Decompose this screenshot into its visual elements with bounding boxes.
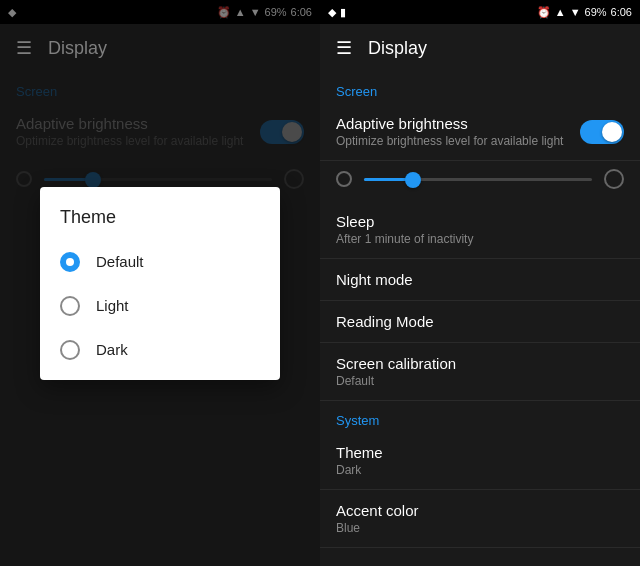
right-signal-icon: ▲ xyxy=(555,6,566,18)
right-brightness-slider-row xyxy=(320,161,640,201)
right-slider-thumb[interactable] xyxy=(405,172,421,188)
right-adaptive-brightness-toggle[interactable] xyxy=(580,120,624,144)
right-toggle-knob xyxy=(602,122,622,142)
right-sleep-subtitle: After 1 minute of inactivity xyxy=(336,232,624,246)
dialog-option-default[interactable]: Default xyxy=(40,240,280,284)
right-slider-fill xyxy=(364,178,410,181)
right-adaptive-brightness-title: Adaptive brightness xyxy=(336,115,563,132)
right-night-mode-item[interactable]: Night mode xyxy=(320,259,640,301)
right-panel: ◆ ▮ ⏰ ▲ ▼ 69% 6:06 ☰ Display Screen Adap… xyxy=(320,0,640,566)
right-bookmark-icon: ▮ xyxy=(340,6,346,19)
right-page-title: Display xyxy=(368,38,427,59)
right-reading-mode-item[interactable]: Reading Mode xyxy=(320,301,640,343)
right-wifi-icon: ▼ xyxy=(570,6,581,18)
right-theme-title: Theme xyxy=(336,444,624,461)
right-time: 6:06 xyxy=(611,6,632,18)
right-system-section: System xyxy=(320,401,640,432)
right-status-left: ◆ ▮ xyxy=(328,6,346,19)
right-theme-item[interactable]: Theme Dark xyxy=(320,432,640,490)
right-notification-icon: ◆ xyxy=(328,6,336,19)
dialog-option-default-label: Default xyxy=(96,253,144,270)
right-theme-subtitle: Dark xyxy=(336,463,624,477)
radio-default-inner xyxy=(66,258,74,266)
right-screen-calibration-title: Screen calibration xyxy=(336,355,624,372)
right-accent-color-item[interactable]: Accent color Blue xyxy=(320,490,640,548)
dialog-title: Theme xyxy=(40,207,280,240)
right-accent-color-subtitle: Blue xyxy=(336,521,624,535)
theme-dialog-overlay: Theme Default Light Dark xyxy=(0,0,320,566)
right-menu-icon[interactable]: ☰ xyxy=(336,37,352,59)
right-accent-color-title: Accent color xyxy=(336,502,624,519)
radio-default[interactable] xyxy=(60,252,80,272)
right-adaptive-brightness-item[interactable]: Adaptive brightness Optimize brightness … xyxy=(320,103,640,161)
right-status-right: ⏰ ▲ ▼ 69% 6:06 xyxy=(537,6,632,19)
right-screen-calibration-item[interactable]: Screen calibration Default xyxy=(320,343,640,401)
right-sleep-item[interactable]: Sleep After 1 minute of inactivity xyxy=(320,201,640,259)
right-battery-text: 69% xyxy=(585,6,607,18)
right-screen-section: Screen xyxy=(320,72,640,103)
radio-light[interactable] xyxy=(60,296,80,316)
right-status-bar: ◆ ▮ ⏰ ▲ ▼ 69% 6:06 xyxy=(320,0,640,24)
right-slider-track[interactable] xyxy=(364,178,592,181)
right-night-mode-title: Night mode xyxy=(336,271,624,288)
dialog-option-dark[interactable]: Dark xyxy=(40,328,280,372)
right-sleep-title: Sleep xyxy=(336,213,624,230)
right-screen-calibration-subtitle: Default xyxy=(336,374,624,388)
dialog-option-light[interactable]: Light xyxy=(40,284,280,328)
right-toolbar: ☰ Display xyxy=(320,24,640,72)
right-slider-max-icon xyxy=(604,169,624,189)
right-reading-mode-title: Reading Mode xyxy=(336,313,624,330)
right-settings-content: Screen Adaptive brightness Optimize brig… xyxy=(320,72,640,566)
left-panel: ◆ ⏰ ▲ ▼ 69% 6:06 ☰ Display Screen Adapti… xyxy=(0,0,320,566)
right-slider-min-icon xyxy=(336,171,352,187)
right-alarm-icon: ⏰ xyxy=(537,6,551,19)
dialog-option-dark-label: Dark xyxy=(96,341,128,358)
radio-dark[interactable] xyxy=(60,340,80,360)
theme-dialog: Theme Default Light Dark xyxy=(40,187,280,380)
right-adaptive-brightness-subtitle: Optimize brightness level for available … xyxy=(336,134,563,148)
dialog-option-light-label: Light xyxy=(96,297,129,314)
